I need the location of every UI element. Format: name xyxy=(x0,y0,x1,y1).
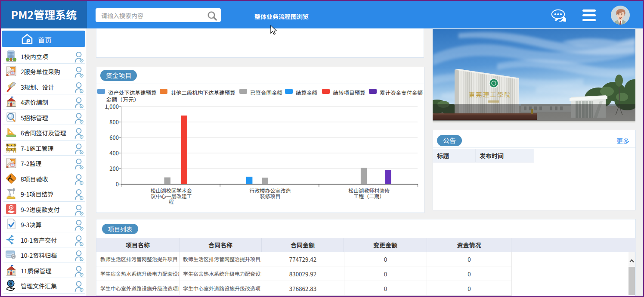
svg-text:200: 200 xyxy=(109,164,119,172)
svg-text:0: 0 xyxy=(116,180,119,188)
svg-text:1,000: 1,000 xyxy=(105,103,119,110)
svg-text:東莞理工學院: 東莞理工學院 xyxy=(469,90,511,99)
svg-text:装修项目: 装修项目 xyxy=(260,192,280,200)
svg-text:800: 800 xyxy=(109,118,119,126)
svg-text:$: $ xyxy=(9,281,12,287)
svg-text:600: 600 xyxy=(109,133,119,141)
svg-text:400: 400 xyxy=(109,149,119,157)
svg-text:程: 程 xyxy=(169,198,174,205)
svg-text:工程（二期）: 工程（二期） xyxy=(353,192,384,200)
